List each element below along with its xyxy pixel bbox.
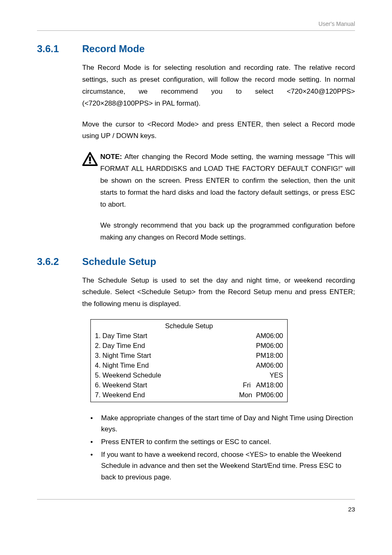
bullet-dot-icon [90, 449, 101, 483]
bullet-dot-icon [90, 412, 101, 435]
schedule-box-title: Schedule Setup [95, 321, 283, 331]
section-record-mode: 3.6.1 Record Mode The Record Mode is for… [37, 43, 355, 244]
heading-number: 3.6.2 [37, 256, 82, 267]
schedule-row: 2. Day Time End PM06:00 [95, 341, 283, 351]
schedule-label: 5. Weekend Schedule [95, 371, 161, 380]
svg-rect-1 [89, 162, 91, 164]
list-item: Press ENTER to confirm the settings or E… [90, 436, 355, 447]
heading-row: 3.6.2 Schedule Setup [37, 256, 355, 267]
header-label: User's Manual [37, 21, 355, 27]
page-number: 23 [37, 506, 355, 513]
schedule-value: YES [270, 371, 283, 380]
note-text: NOTE: After changing the Record Mode set… [100, 151, 355, 210]
schedule-row: 1. Day Time Start AM06:00 [95, 331, 283, 341]
svg-rect-0 [89, 157, 91, 161]
note-followup: We strongly recommend that you back up t… [100, 220, 355, 244]
top-rule [37, 30, 355, 31]
schedule-value: AM06:00 [256, 361, 283, 371]
schedule-label: 7. Weekend End [95, 390, 145, 400]
schedule-row: 4. Night Time End AM06:00 [95, 361, 283, 371]
heading-number: 3.6.1 [37, 43, 82, 55]
schedule-value: AM06:00 [256, 331, 283, 341]
note-label: NOTE: [100, 153, 122, 161]
bullet-dot-icon [90, 436, 101, 447]
bullet-text: Press ENTER to confirm the settings or E… [101, 436, 355, 447]
note-body: After changing the Record Mode setting, … [100, 153, 355, 208]
schedule-label: 3. Night Time Start [95, 351, 151, 361]
bottom-rule [37, 499, 355, 500]
schedule-row: 5. Weekend Schedule YES [95, 371, 283, 380]
schedule-value: PM18:00 [256, 351, 283, 361]
schedule-label: 2. Day Time End [95, 341, 145, 351]
list-item: If you want to have a weekend record, ch… [90, 449, 355, 483]
heading-title: Schedule Setup [82, 256, 156, 267]
schedule-label: 6. Weekend Start [95, 380, 147, 390]
schedule-value: Fri AM18:00 [243, 380, 283, 390]
schedule-setup-box: Schedule Setup 1. Day Time Start AM06:00… [90, 319, 288, 402]
list-item: Make appropriate changes of the start ti… [90, 412, 355, 435]
bullet-list: Make appropriate changes of the start ti… [90, 412, 355, 483]
heading-title: Record Mode [82, 43, 145, 55]
schedule-label: 1. Day Time Start [95, 331, 147, 341]
schedule-row: 7. Weekend End Mon PM06:00 [95, 390, 283, 400]
paragraph: The Schedule Setup is used to set the da… [82, 275, 355, 311]
paragraph: The Record Mode is for selecting resolut… [82, 62, 355, 110]
heading-row: 3.6.1 Record Mode [37, 43, 355, 55]
bullet-text: If you want to have a weekend record, ch… [101, 449, 355, 483]
schedule-value: Mon PM06:00 [239, 390, 283, 400]
warning-icon [82, 152, 98, 166]
note-block: NOTE: After changing the Record Mode set… [82, 151, 355, 210]
section-schedule-setup: 3.6.2 Schedule Setup The Schedule Setup … [37, 256, 355, 483]
schedule-label: 4. Night Time End [95, 361, 149, 371]
schedule-row: 6. Weekend Start Fri AM18:00 [95, 380, 283, 390]
schedule-row: 3. Night Time Start PM18:00 [95, 351, 283, 361]
schedule-value: PM06:00 [256, 341, 283, 351]
paragraph: Move the cursor to <Record Mode> and pre… [82, 119, 355, 143]
bullet-text: Make appropriate changes of the start ti… [101, 412, 355, 435]
